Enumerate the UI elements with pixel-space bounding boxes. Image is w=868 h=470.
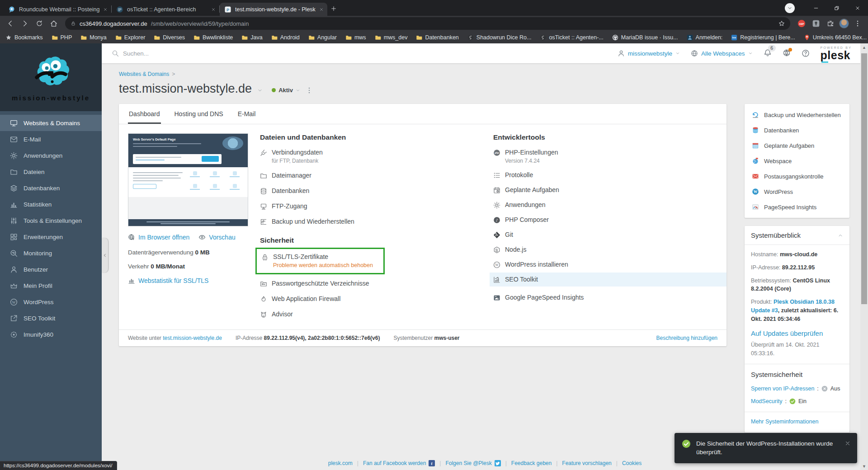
notifications-button[interactable]: 6 [764, 49, 772, 58]
sidebar-item-imunify360[interactable]: Imunify360 [0, 326, 102, 343]
item-protected-directories[interactable]: Passwortgeschützte Verzeichnisse [260, 280, 484, 287]
user-menu[interactable]: missionwebstyle [618, 50, 680, 57]
sidebar-item-databases[interactable]: Datenbanken [0, 180, 102, 196]
bookmark-shadowrun[interactable]: Shadowrun Dice Ro... [467, 34, 532, 41]
bookmark-folder[interactable]: Android [271, 34, 300, 41]
quicklink-outgoing-mail[interactable]: Postausgangskontrolle [745, 169, 849, 184]
item-seo-toolkit[interactable]: SEO Toolkit [490, 273, 726, 287]
bookmark-folder[interactable]: Angular [308, 34, 337, 41]
quicklink-wordpress[interactable]: WWordPress [745, 184, 849, 199]
profile-avatar[interactable] [839, 19, 849, 28]
sidebar-item-monitoring[interactable]: Monitoring [0, 245, 102, 261]
bookmarks-manager[interactable]: Bookmarks [5, 34, 43, 41]
bookmark-folder[interactable]: PHP [52, 34, 72, 41]
scroll-down-arrow-icon[interactable]: ▼ [862, 462, 866, 470]
bookmark-star-icon[interactable] [778, 20, 785, 27]
item-backup-restore[interactable]: Backup und Wiederherstellen [260, 218, 484, 226]
footer-link-cookies[interactable]: Cookies [622, 460, 642, 466]
footer-link-plesk[interactable]: plesk.com [328, 460, 353, 466]
extensions-catalog-button[interactable] [783, 49, 791, 58]
tab-plesk-active[interactable]: P test.mission-webstyle.de - Plesk [220, 3, 327, 16]
chevron-down-icon[interactable] [257, 88, 263, 93]
bookmark-folder[interactable]: Monya [80, 34, 107, 41]
item-advisor[interactable]: Advisor [260, 310, 484, 318]
close-icon[interactable] [211, 7, 216, 12]
scroll-up-arrow-icon[interactable]: ▲ [862, 43, 866, 51]
item-databases[interactable]: Datenbanken [260, 187, 484, 195]
sidebar-item-statistics[interactable]: Statistiken [0, 196, 102, 212]
close-window-button[interactable] [847, 0, 868, 16]
item-ftp-access[interactable]: FTP-Zugang [260, 202, 484, 210]
bookmark-login[interactable]: Anmelden: [687, 34, 723, 41]
sidebar-item-websites-domains[interactable]: Websites & Domains [0, 115, 102, 131]
check-updates-link[interactable]: Auf Updates überprüfen [751, 329, 823, 339]
more-system-info-link[interactable]: Mehr Systeminformationen [751, 418, 818, 425]
footer-link-facebook[interactable]: Fan auf Facebook werdenf [363, 460, 435, 466]
sidebar-item-tools-settings[interactable]: Tools & Einstellungen [0, 212, 102, 229]
back-button[interactable] [5, 18, 16, 29]
bookmark-box[interactable]: boxRegistrierung | Bere... [731, 34, 795, 41]
extensions-button[interactable] [825, 18, 836, 29]
global-search[interactable] [112, 50, 274, 57]
sidebar-item-seo-toolkit[interactable]: SEO Toolkit [0, 310, 102, 326]
password-extension-button[interactable] [810, 18, 822, 29]
footer-link-twitter[interactable]: Folgen Sie @Plesk [445, 460, 500, 466]
breadcrumb-link[interactable]: Websites & Domains [119, 71, 169, 77]
add-description-link[interactable]: Beschreibung hinzufügen [656, 335, 717, 341]
item-web-application-firewall[interactable]: Web Application Firewall [260, 295, 484, 303]
web-statistics-link[interactable]: Webstatistik für SSL/TLS [128, 277, 260, 284]
url-bar[interactable]: cs36499.dogadoserver.de/smb/web/overview… [65, 17, 790, 30]
home-button[interactable] [48, 18, 60, 29]
close-icon[interactable] [319, 7, 324, 12]
scrollbar-thumb[interactable] [861, 53, 867, 304]
item-php-settings[interactable]: php PHP-EinstellungenVersion 7.4.24 [493, 149, 717, 164]
quicklink-scheduled-tasks[interactable]: Geplante Aufgaben [745, 138, 849, 153]
quicklink-pagespeed[interactable]: PageSpeed Insights [745, 199, 849, 215]
bookmark-folder[interactable]: mws [345, 34, 366, 41]
tab-osticket[interactable]: osTicket :: Agenten-Bereich [112, 3, 219, 16]
domain-menu-button[interactable] [306, 87, 313, 94]
item-file-manager[interactable]: Dateimanager [260, 172, 484, 179]
help-button[interactable] [802, 49, 810, 57]
item-scheduled-tasks[interactable]: Geplante Aufgaben [493, 186, 717, 194]
forward-button[interactable] [19, 18, 31, 29]
quicklink-backup[interactable]: Backup und Wiederherstellen [745, 107, 849, 122]
item-logs[interactable]: Protokolle [493, 171, 717, 179]
sidebar-item-profile[interactable]: Mein Profil [0, 277, 102, 294]
search-input[interactable] [123, 50, 259, 57]
bookmark-map[interactable]: Umkreis 66450 Bex... [804, 34, 867, 41]
bookmark-github[interactable]: MariaDB issue · Issu... [612, 34, 678, 41]
toast-close-icon[interactable] [844, 440, 851, 446]
plesk-logo[interactable]: POWERED BY plesk [821, 46, 852, 61]
item-applications[interactable]: Anwendungen [493, 201, 717, 209]
status-badge[interactable]: Aktiv [272, 87, 300, 94]
item-ssl-certificates[interactable]: SSL/TLS-ZertifikateProbleme werden autom… [261, 253, 377, 268]
sidebar-item-extensions[interactable]: Erweiterungen [0, 229, 102, 245]
item-install-wordpress[interactable]: WWordPress installieren [493, 261, 717, 268]
sidebar-item-wordpress[interactable]: WWordPress [0, 294, 102, 310]
quicklink-databases[interactable]: Datenbanken [745, 122, 849, 138]
close-icon[interactable] [103, 7, 108, 12]
tab-roundcube[interactable]: Roundcube Webmail :: Posteinga [4, 3, 111, 16]
website-link[interactable]: test.mission-webstyle.de [163, 335, 222, 341]
bookmark-folder[interactable]: Explorer [115, 34, 146, 41]
webspace-selector[interactable]: Alle Webspaces [691, 50, 753, 57]
tab-hosting-dns[interactable]: Hosting und DNS [174, 104, 224, 124]
media-controls-button[interactable] [785, 3, 795, 13]
footer-link-feedback[interactable]: Feedback geben [511, 460, 552, 466]
item-git[interactable]: Git [493, 231, 717, 239]
bookmark-folder[interactable]: Datenbanken [416, 34, 458, 41]
item-google-pagespeed[interactable]: Google PageSpeed Insights [493, 294, 717, 301]
ip-ban-link[interactable]: Sperren von IP-Adressen [751, 385, 814, 393]
sidebar-item-email[interactable]: E-Mail [0, 131, 102, 147]
site-preview-thumbnail[interactable]: Web Server's Default Page [128, 133, 248, 226]
reload-button[interactable] [33, 18, 45, 29]
sidebar-item-users[interactable]: Benutzer [0, 261, 102, 277]
item-connection-data[interactable]: Verbindungsdatenfür FTP, Datenbank [260, 149, 484, 164]
bookmark-folder[interactable]: Java [241, 34, 262, 41]
footer-link-feature[interactable]: Feature vorschlagen [562, 460, 611, 466]
item-nodejs[interactable]: Node.js [493, 246, 717, 254]
sidebar-collapse-handle[interactable] [102, 238, 108, 273]
bookmark-folder[interactable]: Bwwlinkliste [193, 34, 233, 41]
system-overview-header[interactable]: Systemüberblick [745, 226, 849, 245]
